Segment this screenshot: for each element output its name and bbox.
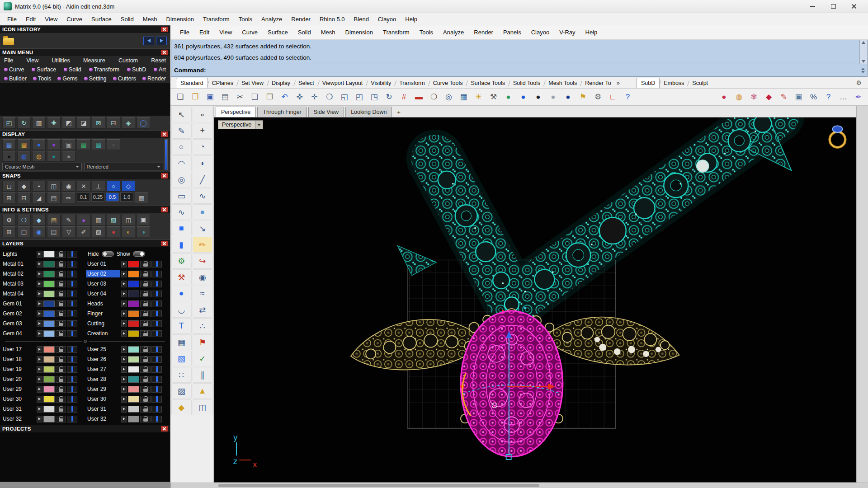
layer-expand-button[interactable] — [121, 281, 127, 287]
layer-name[interactable]: User 28 — [86, 375, 120, 383]
layer-name[interactable]: User 32 — [86, 415, 120, 422]
grid-green-icon[interactable]: ▦ — [77, 139, 90, 150]
menu-item[interactable]: Blend — [349, 14, 373, 24]
snap-cen-icon[interactable]: ◉ — [62, 181, 75, 192]
zoom-selected-icon[interactable]: ◳ — [367, 90, 381, 104]
black-sphere-icon[interactable]: ● — [2, 151, 16, 162]
main-menu-item[interactable]: Surface — [32, 66, 56, 73]
gear-icon[interactable]: ⚙ — [2, 215, 16, 225]
main-menu-item[interactable]: Utilities — [52, 57, 70, 64]
render-frame-icon[interactable]: ▣ — [792, 90, 806, 104]
pencil-icon[interactable]: ✏ — [193, 237, 213, 253]
snap-point-icon[interactable]: • — [32, 181, 46, 192]
layer-lock-button[interactable] — [56, 310, 66, 317]
layer-lock-button[interactable] — [140, 281, 151, 287]
toolbar-tab[interactable]: Transform — [395, 78, 429, 88]
menu-item[interactable]: Edit — [21, 14, 40, 24]
layer-expand-button[interactable] — [37, 386, 42, 393]
percent-tool-icon[interactable]: % — [807, 90, 821, 104]
layer-expand-button[interactable] — [121, 366, 127, 373]
command-prompt[interactable]: Command: — [171, 64, 868, 77]
main-menu-item[interactable]: Setting — [84, 75, 107, 82]
rectangle-icon[interactable]: ▭ — [171, 188, 192, 204]
layer-color-swatch[interactable] — [128, 386, 139, 393]
layer-color-swatch[interactable] — [43, 281, 55, 287]
layer-expand-button[interactable] — [37, 346, 42, 353]
layer-color-swatch[interactable] — [128, 406, 139, 413]
grid-snap-toggle-icon[interactable]: ⊞ — [2, 192, 16, 203]
layer-expand-button[interactable] — [37, 416, 42, 422]
flag-icon[interactable]: ⚑ — [193, 334, 213, 350]
snap-perp-icon[interactable]: ⊥ — [92, 181, 105, 192]
grid-teal-icon[interactable]: ▦ — [92, 139, 105, 150]
layer-expand-button[interactable] — [121, 346, 127, 353]
layer-color-swatch[interactable] — [43, 330, 55, 337]
layer-color-swatch[interactable] — [43, 416, 55, 422]
layer-lock-button[interactable] — [56, 386, 66, 393]
gear-solid-icon[interactable]: ⚙ — [171, 253, 192, 269]
sphere-dark-icon[interactable]: ● — [531, 90, 545, 104]
scroll-up-icon[interactable] — [862, 41, 865, 44]
zoom-lens-icon[interactable]: ❍ — [427, 90, 441, 104]
globe-icon[interactable]: ◉ — [32, 226, 46, 237]
layer-color-swatch[interactable] — [43, 386, 55, 393]
texture-icon[interactable]: ▧ — [107, 215, 120, 225]
point-icon[interactable]: ∘ — [193, 107, 213, 122]
layer-expand-button[interactable] — [121, 416, 127, 422]
swap-icon[interactable]: ⇄ — [193, 302, 213, 318]
menu-item[interactable]: Help — [401, 14, 422, 24]
menu-item[interactable]: Curve — [62, 14, 87, 24]
layer-expand-button[interactable] — [121, 261, 127, 267]
viewport-3d-scene[interactable]: y z x — [214, 117, 856, 482]
perspective-viewport[interactable]: Perspective — [214, 117, 856, 483]
layer-color-swatch[interactable] — [128, 271, 139, 277]
approx-icon[interactable]: ≈ — [193, 286, 213, 301]
merge-icon[interactable]: ◈ — [122, 117, 135, 129]
menu-item[interactable]: Render — [469, 27, 498, 38]
display-scroll-indicator[interactable] — [165, 139, 168, 170]
layer-lock-button[interactable] — [140, 406, 151, 413]
layer-name[interactable]: User 02 — [86, 270, 120, 277]
layer-visibility-button[interactable] — [151, 320, 162, 327]
layer-lock-button[interactable] — [140, 300, 151, 307]
mirror-icon[interactable]: ◫ — [193, 399, 213, 415]
align-icon[interactable]: ◩ — [62, 117, 75, 129]
layer-visibility-button[interactable] — [67, 366, 77, 373]
layer-expand-button[interactable] — [121, 271, 127, 277]
layer-color-swatch[interactable] — [128, 330, 139, 337]
layer-expand-button[interactable] — [37, 291, 42, 297]
move-icon[interactable]: ✚ — [47, 117, 61, 129]
table-icon[interactable]: ⊞ — [2, 226, 16, 237]
check-icon[interactable]: ✓ — [193, 351, 213, 366]
close-button[interactable] — [844, 0, 864, 13]
wave-curve-icon[interactable]: ∿ — [193, 188, 213, 204]
layer-color-swatch[interactable] — [43, 356, 55, 363]
layer-visibility-button[interactable] — [151, 386, 162, 393]
save-file-icon[interactable]: ▣ — [203, 90, 217, 104]
menu-item[interactable]: Mesh — [316, 27, 340, 38]
layer-name[interactable]: User 19 — [1, 366, 36, 373]
bead-red-icon[interactable]: ● — [717, 90, 731, 104]
move-view-icon[interactable]: ✛ — [307, 90, 321, 104]
layer-name[interactable]: Heads — [86, 300, 120, 307]
history-forward-button[interactable] — [156, 37, 167, 45]
layer-lock-button[interactable] — [56, 356, 66, 363]
red-ball-icon[interactable]: ● — [107, 226, 120, 237]
layer-lock-button[interactable] — [56, 416, 66, 422]
layer-expand-button[interactable] — [37, 281, 42, 287]
prompt-stepper[interactable] — [859, 68, 867, 73]
arc-icon[interactable]: ◠ — [171, 155, 192, 171]
layer-color-swatch[interactable] — [128, 320, 139, 327]
main-menu-item[interactable]: Transform — [89, 66, 120, 73]
toolbar-tab[interactable]: Visibility — [367, 78, 395, 88]
tab-gear-icon[interactable]: ⚙ — [853, 78, 864, 88]
smarttrack-icon[interactable]: ✏ — [62, 192, 75, 203]
layer-name[interactable]: User 25 — [86, 346, 120, 353]
layer-expand-button[interactable] — [37, 366, 42, 373]
half-teal-icon[interactable]: ◑ — [137, 226, 150, 237]
main-menu-item[interactable]: View — [26, 57, 38, 64]
menu-item[interactable]: Clayoo — [526, 27, 554, 38]
layer-color-swatch[interactable] — [128, 300, 139, 307]
sphere-blue-icon[interactable]: ● — [516, 90, 530, 104]
layer-name[interactable]: Cutting — [86, 320, 120, 327]
